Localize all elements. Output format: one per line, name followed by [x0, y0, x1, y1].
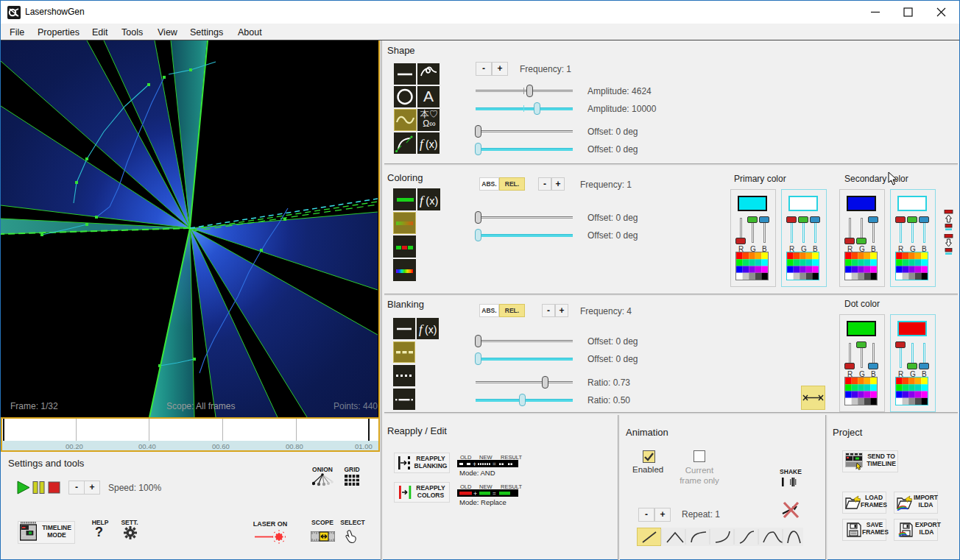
svg-text:Frame: 1/32: Frame: 1/32 — [10, 401, 58, 411]
svg-text:H: H — [29, 531, 31, 535]
svg-text:f: f — [420, 137, 425, 151]
svg-text:(x): (x) — [426, 138, 437, 150]
svg-text:+: + — [473, 490, 477, 497]
svg-text:f: f — [419, 322, 424, 336]
svg-text:Points: 440: Points: 440 — [333, 401, 378, 411]
svg-text:(x): (x) — [426, 195, 438, 207]
svg-text:Scope: All frames: Scope: All frames — [166, 401, 235, 411]
svg-text:(x): (x) — [425, 324, 437, 336]
svg-text:f: f — [420, 193, 425, 208]
svg-text:=: = — [493, 461, 496, 467]
svg-text:=: = — [493, 490, 496, 497]
svg-text:+: + — [473, 461, 476, 468]
